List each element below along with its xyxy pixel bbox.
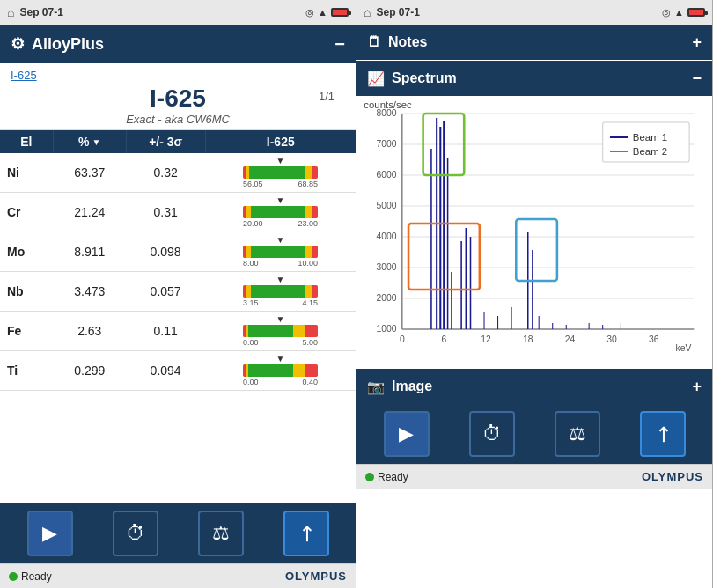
col-sigma: +/- 3σ — [126, 130, 205, 153]
cell-percent: 8.911 — [53, 232, 126, 272]
cell-percent: 63.37 — [53, 153, 126, 193]
ready-dot — [9, 572, 18, 581]
svg-text:36: 36 — [649, 334, 659, 344]
right-ready-label: Ready — [378, 471, 408, 483]
right-battery-icon — [687, 8, 705, 17]
sort-arrow: ▼ — [92, 137, 101, 147]
right-status-bottom: Ready OLYMPUS — [356, 464, 712, 489]
left-status-bottom: Ready OLYMPUS — [0, 563, 356, 588]
cell-bar: ▼20.0023.00 — [205, 193, 356, 232]
cell-element: Ti — [0, 351, 53, 391]
ready-status: Ready — [9, 570, 52, 583]
svg-text:4000: 4000 — [377, 232, 397, 241]
cell-sigma: 0.098 — [126, 232, 205, 272]
play-button[interactable]: ▶ — [27, 511, 73, 556]
collapse-button[interactable]: − — [334, 34, 345, 55]
svg-text:keV: keV — [676, 343, 692, 353]
cell-element: Mo — [0, 232, 53, 272]
svg-text:24: 24 — [565, 334, 576, 344]
cell-percent: 21.24 — [53, 193, 126, 232]
table-row: Ti0.2990.094▼0.000.40 — [0, 351, 356, 391]
cell-percent: 2.63 — [53, 312, 126, 351]
cell-bar: ▼8.0010.00 — [205, 232, 356, 272]
svg-text:7000: 7000 — [377, 139, 397, 149]
cell-sigma: 0.11 — [126, 312, 205, 351]
cell-sigma: 0.31 — [126, 193, 205, 232]
left-status-bar: ⌂ Sep 07-1 ◎ ▲ — [0, 0, 356, 25]
cell-bar: ▼0.005.00 — [205, 312, 356, 351]
wifi-icon: ▲ — [318, 7, 327, 18]
cell-bar: ▼56.0568.85 — [205, 153, 356, 193]
svg-text:Beam 1: Beam 1 — [633, 132, 667, 143]
cell-sigma: 0.057 — [126, 272, 205, 312]
image-section-header[interactable]: 📷 Image + — [356, 369, 712, 404]
notes-section-header[interactable]: 🗒 Notes + — [356, 25, 712, 60]
image-title: Image — [392, 379, 692, 394]
right-balance-button[interactable]: ⚖ — [555, 411, 600, 457]
cell-percent: 3.473 — [53, 272, 126, 312]
notes-plus-button[interactable]: + — [692, 33, 702, 52]
cell-element: Nb — [0, 272, 53, 312]
app-title: AlloyPlus — [32, 35, 334, 54]
cell-element: Ni — [0, 153, 53, 193]
right-olympus-logo: OLYMPUS — [642, 470, 703, 483]
cell-sigma: 0.094 — [126, 351, 205, 391]
table-row: Mo8.9110.098▼8.0010.00 — [0, 232, 356, 272]
svg-text:0: 0 — [400, 334, 405, 344]
right-timer-icon: ⏱ — [482, 423, 502, 445]
right-panel: ⌂ Sep 07-1 ◎ ▲ 🗒 Notes + 📈 Spectrum − — [356, 0, 713, 588]
left-panel: ⌂ Sep 07-1 ◎ ▲ ⚙ AlloyPlus − I-625 I-625… — [0, 0, 356, 588]
right-play-button[interactable]: ▶ — [384, 411, 430, 457]
left-date: Sep 07-1 — [19, 6, 300, 18]
right-date: Sep 07-1 — [376, 6, 657, 18]
right-status-bar: ⌂ Sep 07-1 ◎ ▲ — [356, 0, 712, 25]
olympus-logo: OLYMPUS — [285, 570, 347, 583]
table-row: Nb3.4730.057▼3.154.15 — [0, 272, 356, 312]
battery-icon — [331, 8, 349, 17]
balance-icon: ⚖ — [212, 522, 230, 545]
cell-bar: ▼0.000.40 — [205, 351, 356, 391]
cell-element: Fe — [0, 312, 53, 351]
spectrum-minus-button[interactable]: − — [692, 70, 702, 88]
export-button[interactable]: ↗ — [283, 511, 329, 556]
right-ready-dot — [365, 473, 374, 481]
ready-label: Ready — [21, 570, 52, 583]
col-element: El — [0, 130, 53, 153]
spectrum-svg: counts/sec 8000 7000 6000 5000 — [356, 96, 712, 369]
app-header: ⚙ AlloyPlus − — [0, 25, 356, 63]
right-export-button[interactable]: ↗ — [640, 411, 686, 457]
timer-button[interactable]: ⏱ — [113, 511, 158, 556]
cell-sigma: 0.32 — [126, 153, 205, 193]
timer-icon: ⏱ — [126, 522, 145, 545]
right-toolbar: ▶ ⏱ ⚖ ↗ — [356, 404, 712, 464]
col-percent[interactable]: % ▼ — [53, 130, 126, 153]
alloy-link[interactable]: I-625 — [11, 69, 37, 82]
right-home-icon[interactable]: ⌂ — [364, 5, 371, 19]
svg-text:12: 12 — [481, 334, 491, 344]
alloyplus-gear-icon: ⚙ — [11, 34, 25, 54]
arrow-icon: ↗ — [291, 518, 321, 548]
svg-text:6: 6 — [442, 334, 447, 344]
svg-text:2000: 2000 — [377, 293, 397, 303]
svg-text:3000: 3000 — [377, 262, 397, 272]
cell-percent: 0.299 — [53, 351, 126, 391]
home-icon[interactable]: ⌂ — [7, 5, 14, 19]
notes-title: Notes — [388, 34, 692, 50]
table-row: Cr21.240.31▼20.0023.00 — [0, 193, 356, 232]
spectrum-chart-area: counts/sec 8000 7000 6000 5000 — [356, 96, 712, 369]
balance-button[interactable]: ⚖ — [198, 511, 244, 556]
spectrum-section-header[interactable]: 📈 Spectrum − — [356, 61, 712, 96]
col-alloy: I-625 — [205, 130, 356, 153]
right-gps-icon: ◎ — [662, 7, 671, 18]
alloy-name: I-625 — [150, 85, 206, 113]
right-timer-button[interactable]: ⏱ — [469, 411, 515, 457]
table-row: Ni63.370.32▼56.0568.85 — [0, 153, 356, 193]
image-icon: 📷 — [367, 379, 385, 395]
svg-text:5000: 5000 — [377, 201, 397, 210]
alloy-subtitle: Exact - aka CW6MC — [11, 113, 345, 126]
image-plus-button[interactable]: + — [692, 378, 702, 396]
element-table: El % ▼ +/- 3σ I-625 Ni63.370.32▼56.0568.… — [0, 130, 356, 391]
svg-text:30: 30 — [606, 334, 617, 344]
svg-text:18: 18 — [523, 334, 533, 344]
right-balance-icon: ⚖ — [569, 423, 586, 445]
